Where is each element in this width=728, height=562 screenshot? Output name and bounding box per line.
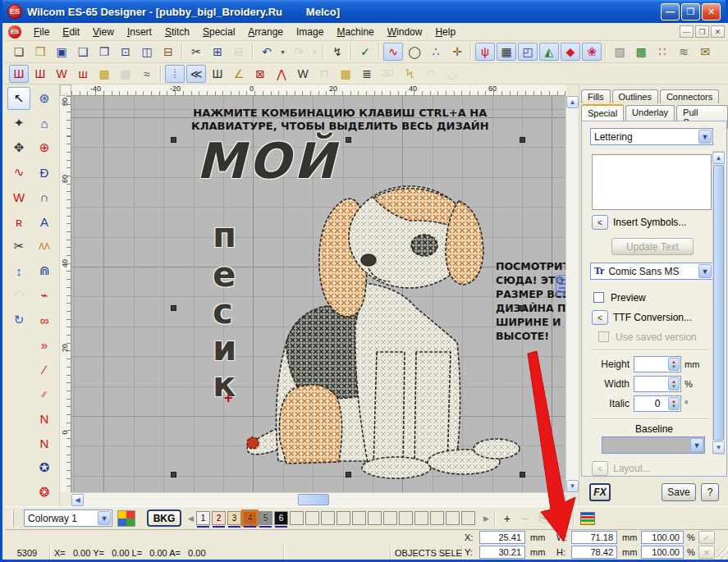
color-slot-empty[interactable]	[337, 511, 350, 525]
menu-window[interactable]: Window	[381, 24, 429, 40]
monogram-icon[interactable]: Ð	[33, 161, 56, 184]
menu-arrange[interactable]: Arrange	[241, 24, 290, 40]
line-fill-icon[interactable]: ≣	[357, 65, 377, 83]
minimize-button[interactable]: —	[661, 3, 680, 21]
help-button[interactable]: ?	[701, 483, 719, 501]
redo-dropdown-icon[interactable]: ▾	[310, 43, 319, 61]
stitch-run-red-icon[interactable]: ∿	[383, 43, 403, 61]
cut-icon[interactable]: ✂	[186, 43, 206, 61]
resize-grip[interactable]	[717, 548, 728, 560]
x-position-field[interactable]: 25.41	[479, 531, 525, 544]
mirror-rotate-icon[interactable]: ⊕	[33, 136, 56, 159]
manual-stitch-icon[interactable]: ⌁	[33, 284, 56, 307]
height-field[interactable]: ▲▼	[634, 356, 681, 372]
panel-scroll-up-icon[interactable]: ▲	[712, 152, 725, 164]
frame-stitch-icon[interactable]: ⊠	[250, 65, 270, 83]
tatami-fill-icon[interactable]: ▩	[94, 65, 114, 83]
selection-handle[interactable]	[171, 305, 176, 311]
preview-checkbox[interactable]	[593, 292, 604, 303]
machine-manager-icon[interactable]: ⊟	[158, 43, 178, 61]
design-canvas[interactable]: НАЖМИТЕ КОМБИНАЦИЮ КЛАВИШ CTRL+A НА КЛАВ…	[71, 96, 565, 492]
closed-object-icon[interactable]: ◯	[405, 43, 424, 61]
object-type-combo[interactable]: Lettering ▼	[590, 128, 713, 145]
measure-icon[interactable]: ✛	[447, 43, 467, 61]
redo-icon[interactable]: ↷	[289, 43, 309, 61]
wave-fill-icon[interactable]: ≈	[137, 65, 157, 83]
panel-scroll-thumb[interactable]	[713, 165, 724, 441]
print-colorway-icon[interactable]: ⎘	[535, 510, 552, 527]
color-slot-empty[interactable]	[290, 511, 304, 525]
selection-handle[interactable]	[346, 472, 351, 477]
select-stitches-icon[interactable]: ↯	[327, 43, 347, 61]
polygon-select-icon[interactable]: ✦	[7, 112, 30, 135]
stitch-width-icon[interactable]: W	[7, 185, 30, 208]
tatami-2-icon[interactable]: ▩	[336, 65, 355, 83]
auto-split-icon[interactable]: ⋀	[272, 65, 291, 83]
selection-handle[interactable]	[520, 472, 525, 477]
scroll-down-icon[interactable]: ▼	[566, 480, 579, 492]
show-bitmap-icon[interactable]: ◭	[539, 43, 559, 61]
fan-tool-icon[interactable]: ◠	[7, 284, 30, 307]
menu-edit[interactable]: Edit	[56, 24, 86, 40]
colorway-combo[interactable]: Colorway 1 ▼	[24, 509, 112, 527]
panel-scrollbar[interactable]: ▲ ▼	[712, 151, 725, 455]
paste-icon[interactable]: ⊟	[229, 43, 249, 61]
single-run-icon[interactable]: ∕	[33, 358, 56, 381]
stipple-icon[interactable]: ✪	[33, 456, 56, 479]
touchup-bitmap-icon[interactable]: ▧	[610, 43, 630, 61]
column-stitch-icon[interactable]: Ш	[208, 65, 227, 83]
pattern-fill-icon[interactable]: ▩	[116, 65, 135, 83]
menu-special[interactable]: Special	[196, 24, 241, 40]
3d-effect-icon[interactable]: 3D	[378, 65, 398, 83]
italic-spinner-icon[interactable]: ▲▼	[668, 397, 680, 410]
discard-button[interactable]: ✕	[698, 546, 715, 559]
selection-handle[interactable]	[520, 305, 525, 311]
auto-underlay-icon[interactable]: ⁞	[165, 65, 185, 83]
reshape-line-icon[interactable]: ✥	[7, 136, 30, 159]
digitize-envelope-icon[interactable]: ✉	[695, 43, 715, 61]
selection-handle[interactable]	[520, 137, 525, 143]
w-stitch-icon[interactable]: W	[293, 65, 313, 83]
menu-view[interactable]: View	[86, 24, 121, 40]
font-combo[interactable]: Tr Comic Sans MS ▼	[590, 263, 713, 280]
open-shape-icon[interactable]: ◠	[421, 65, 441, 83]
undo-dropdown-icon[interactable]: ▾	[278, 43, 287, 61]
scroll-right-icon[interactable]: ▶	[553, 494, 565, 506]
copy-icon[interactable]: ⊞	[208, 43, 227, 61]
palette-next-icon[interactable]: ▶	[483, 514, 489, 523]
scale-width-field[interactable]: 100.00	[641, 531, 684, 544]
chevron-down-icon[interactable]: ▼	[698, 130, 712, 144]
scissors-icon[interactable]: ✂	[7, 235, 30, 258]
height-total-field[interactable]: 78.42	[571, 546, 617, 559]
zigzag-stitch-icon[interactable]: W	[52, 65, 71, 83]
open-design-icon[interactable]: ❒	[30, 43, 50, 61]
menu-image[interactable]: Image	[290, 24, 330, 40]
add-color-icon[interactable]: +	[499, 510, 515, 527]
tab-fills[interactable]: Fills	[581, 89, 611, 103]
update-text-button[interactable]: Update Text	[611, 238, 694, 255]
color-slot-empty[interactable]	[368, 511, 382, 525]
zigzag-open-icon[interactable]: N	[33, 407, 56, 430]
reshape-object-icon[interactable]: ⊛	[33, 87, 56, 110]
color-slot-empty[interactable]	[430, 511, 444, 525]
close-button[interactable]: ✕	[702, 3, 721, 21]
insert-symbols-button[interactable]: <	[592, 215, 608, 230]
no-edit-icon[interactable]: ⊘	[553, 510, 570, 527]
clean-bitmap-icon[interactable]: ≋	[674, 43, 694, 61]
color-slot-empty[interactable]	[414, 511, 428, 525]
hscroll-thumb[interactable]	[298, 494, 329, 505]
tab-outlines[interactable]: Outlines	[612, 89, 658, 103]
bracket-icon[interactable]: ⊓	[314, 65, 334, 83]
print-preview-icon[interactable]: ◫	[137, 43, 157, 61]
baseline-combo[interactable]: ▼	[602, 436, 705, 454]
motif-run-icon[interactable]: ∴	[426, 43, 446, 61]
canvas-horizontal-scrollbar[interactable]: ◀ ▶	[71, 492, 565, 506]
lettering-text-area[interactable]	[592, 154, 712, 210]
color-slot-3[interactable]: 3	[227, 511, 241, 525]
satin-column-icon[interactable]: Ш	[30, 65, 50, 83]
travel-icon[interactable]: ↕	[7, 259, 30, 282]
satin-stitch-icon[interactable]: Ш	[9, 65, 29, 83]
color-slot-empty[interactable]	[399, 511, 413, 525]
closed-shape-icon[interactable]: ◡	[442, 65, 462, 83]
print-icon[interactable]: ⊡	[116, 43, 135, 61]
